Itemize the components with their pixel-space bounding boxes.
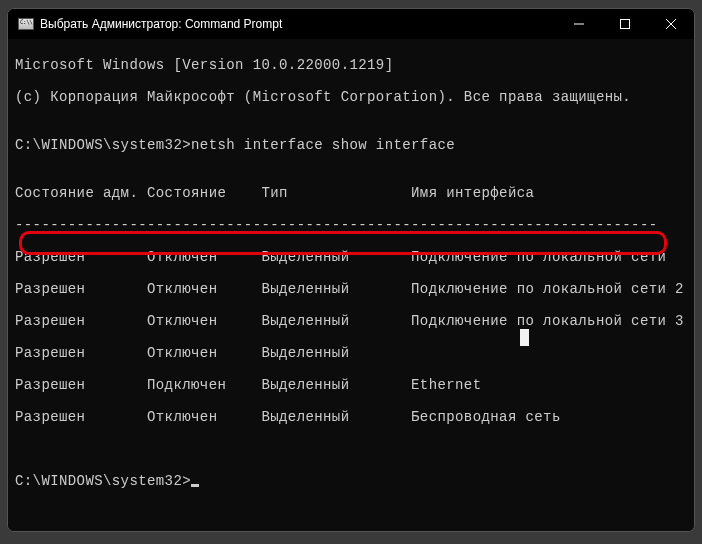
table-row: Разрешен Подключен Выделенный Ethernet (15, 377, 694, 393)
svg-rect-0 (621, 20, 630, 29)
copyright-line: (c) Корпорация Майкрософт (Microsoft Cor… (15, 89, 694, 105)
table-row: Разрешен Отключен Выделенный Подключение… (15, 249, 694, 265)
cmd-icon (18, 18, 34, 30)
maximize-button[interactable] (602, 9, 648, 39)
table-row: Разрешен Отключен Выделенный (15, 345, 694, 361)
table-row: Разрешен Отключен Выделенный Подключение… (15, 281, 694, 297)
selection-block (520, 329, 529, 346)
command-prompt-window: Выбрать Администратор: Command Prompt Mi… (7, 8, 695, 532)
close-button[interactable] (648, 9, 694, 39)
prompt-line: C:\WINDOWS\system32> (15, 473, 694, 489)
table-row: Разрешен Отключен Выделенный Беспроводна… (15, 409, 694, 425)
titlebar[interactable]: Выбрать Администратор: Command Prompt (8, 9, 694, 39)
text-cursor (191, 484, 199, 487)
version-line: Microsoft Windows [Version 10.0.22000.12… (15, 57, 694, 73)
window-title: Выбрать Администратор: Command Prompt (40, 17, 556, 31)
minimize-button[interactable] (556, 9, 602, 39)
table-row: Разрешен Отключен Выделенный Подключение… (15, 313, 694, 329)
table-header: Состояние адм. Состояние Тип Имя интерфе… (15, 185, 694, 201)
prompt-line: C:\WINDOWS\system32>netsh interface show… (15, 137, 694, 153)
table-separator: ----------------------------------------… (15, 217, 694, 233)
prompt-path: C:\WINDOWS\system32> (15, 137, 191, 153)
console-output[interactable]: Microsoft Windows [Version 10.0.22000.12… (8, 39, 694, 532)
prompt-path: C:\WINDOWS\system32> (15, 473, 191, 489)
prompt-command: netsh interface show interface (191, 137, 455, 153)
